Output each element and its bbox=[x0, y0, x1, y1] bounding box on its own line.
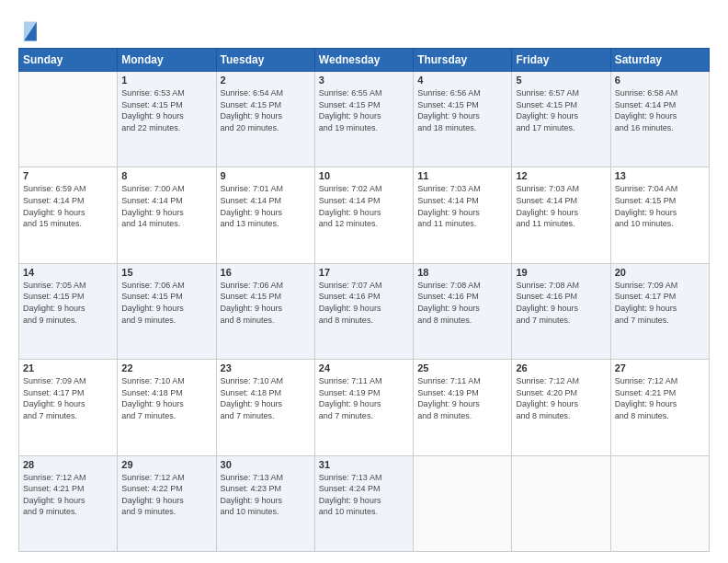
day-number: 20 bbox=[615, 267, 705, 278]
calendar-cell: 12Sunrise: 7:03 AMSunset: 4:14 PMDayligh… bbox=[512, 167, 610, 263]
day-number: 8 bbox=[121, 170, 211, 181]
calendar-cell bbox=[610, 455, 709, 551]
calendar-cell: 15Sunrise: 7:06 AMSunset: 4:15 PMDayligh… bbox=[118, 263, 216, 359]
day-number: 4 bbox=[417, 75, 507, 86]
calendar-cell: 25Sunrise: 7:11 AMSunset: 4:19 PMDayligh… bbox=[414, 360, 512, 455]
day-number: 13 bbox=[615, 170, 705, 181]
day-of-week-header: Saturday bbox=[610, 49, 709, 72]
day-info: Sunrise: 7:03 AMSunset: 4:14 PMDaylight:… bbox=[417, 183, 507, 229]
day-info: Sunrise: 7:11 AMSunset: 4:19 PMDaylight:… bbox=[417, 375, 507, 421]
calendar-cell: 28Sunrise: 7:12 AMSunset: 4:21 PMDayligh… bbox=[19, 455, 118, 551]
calendar-week-row: 1Sunrise: 6:53 AMSunset: 4:15 PMDaylight… bbox=[19, 72, 710, 167]
day-number: 16 bbox=[221, 267, 311, 278]
day-info: Sunrise: 7:01 AMSunset: 4:14 PMDaylight:… bbox=[221, 183, 311, 229]
day-number: 25 bbox=[417, 362, 507, 373]
calendar-cell: 27Sunrise: 7:12 AMSunset: 4:21 PMDayligh… bbox=[610, 360, 709, 455]
day-number: 21 bbox=[23, 362, 113, 373]
day-info: Sunrise: 7:00 AMSunset: 4:14 PMDaylight:… bbox=[121, 183, 211, 229]
calendar-cell: 20Sunrise: 7:09 AMSunset: 4:17 PMDayligh… bbox=[610, 263, 709, 359]
calendar-cell: 14Sunrise: 7:05 AMSunset: 4:15 PMDayligh… bbox=[19, 263, 118, 359]
day-number: 11 bbox=[417, 170, 507, 181]
day-info: Sunrise: 7:10 AMSunset: 4:18 PMDaylight:… bbox=[121, 375, 211, 421]
day-info: Sunrise: 7:03 AMSunset: 4:14 PMDaylight:… bbox=[516, 183, 606, 229]
day-number: 6 bbox=[615, 75, 705, 86]
calendar-cell: 22Sunrise: 7:10 AMSunset: 4:18 PMDayligh… bbox=[118, 360, 216, 455]
calendar-cell: 2Sunrise: 6:54 AMSunset: 4:15 PMDaylight… bbox=[216, 72, 314, 167]
calendar-cell: 13Sunrise: 7:04 AMSunset: 4:15 PMDayligh… bbox=[610, 167, 709, 263]
day-info: Sunrise: 6:54 AMSunset: 4:15 PMDaylight:… bbox=[221, 87, 311, 133]
day-number: 29 bbox=[121, 459, 211, 470]
day-number: 2 bbox=[221, 75, 311, 86]
day-info: Sunrise: 7:06 AMSunset: 4:15 PMDaylight:… bbox=[221, 280, 311, 326]
calendar-cell: 30Sunrise: 7:13 AMSunset: 4:23 PMDayligh… bbox=[216, 455, 314, 551]
calendar-cell: 24Sunrise: 7:11 AMSunset: 4:19 PMDayligh… bbox=[314, 360, 413, 455]
day-info: Sunrise: 7:05 AMSunset: 4:15 PMDaylight:… bbox=[23, 280, 113, 326]
calendar-cell: 4Sunrise: 6:56 AMSunset: 4:15 PMDaylight… bbox=[414, 72, 512, 167]
calendar-cell: 19Sunrise: 7:08 AMSunset: 4:16 PMDayligh… bbox=[512, 263, 610, 359]
calendar-header-row: SundayMondayTuesdayWednesdayThursdayFrid… bbox=[19, 49, 710, 72]
day-info: Sunrise: 7:13 AMSunset: 4:24 PMDaylight:… bbox=[319, 472, 409, 518]
day-number: 14 bbox=[23, 267, 113, 278]
logo-icon bbox=[20, 18, 39, 44]
day-number: 1 bbox=[121, 75, 211, 86]
day-of-week-header: Thursday bbox=[414, 49, 512, 72]
day-number: 17 bbox=[319, 267, 409, 278]
day-number: 26 bbox=[516, 362, 606, 373]
day-info: Sunrise: 7:02 AMSunset: 4:14 PMDaylight:… bbox=[319, 183, 409, 229]
day-number: 18 bbox=[417, 267, 507, 278]
day-number: 24 bbox=[319, 362, 409, 373]
day-info: Sunrise: 7:12 AMSunset: 4:21 PMDaylight:… bbox=[615, 375, 705, 421]
day-info: Sunrise: 7:12 AMSunset: 4:21 PMDaylight:… bbox=[23, 472, 113, 518]
calendar-cell bbox=[19, 72, 118, 167]
day-info: Sunrise: 7:06 AMSunset: 4:15 PMDaylight:… bbox=[121, 280, 211, 326]
calendar-cell: 18Sunrise: 7:08 AMSunset: 4:16 PMDayligh… bbox=[414, 263, 512, 359]
day-info: Sunrise: 6:57 AMSunset: 4:15 PMDaylight:… bbox=[516, 87, 606, 133]
calendar-cell: 9Sunrise: 7:01 AMSunset: 4:14 PMDaylight… bbox=[216, 167, 314, 263]
calendar-cell bbox=[414, 455, 512, 551]
day-number: 30 bbox=[221, 459, 311, 470]
calendar-cell: 26Sunrise: 7:12 AMSunset: 4:20 PMDayligh… bbox=[512, 360, 610, 455]
page: SundayMondayTuesdayWednesdayThursdayFrid… bbox=[0, 0, 728, 563]
day-of-week-header: Tuesday bbox=[216, 49, 314, 72]
day-of-week-header: Wednesday bbox=[314, 49, 413, 72]
day-number: 27 bbox=[615, 362, 705, 373]
calendar-cell: 17Sunrise: 7:07 AMSunset: 4:16 PMDayligh… bbox=[314, 263, 413, 359]
day-number: 28 bbox=[23, 459, 113, 470]
calendar-cell: 23Sunrise: 7:10 AMSunset: 4:18 PMDayligh… bbox=[216, 360, 314, 455]
day-info: Sunrise: 7:11 AMSunset: 4:19 PMDaylight:… bbox=[319, 375, 409, 421]
day-info: Sunrise: 7:08 AMSunset: 4:16 PMDaylight:… bbox=[417, 280, 507, 326]
calendar: SundayMondayTuesdayWednesdayThursdayFrid… bbox=[18, 48, 710, 552]
day-number: 5 bbox=[516, 75, 606, 86]
day-number: 3 bbox=[319, 75, 409, 86]
day-number: 9 bbox=[221, 170, 311, 181]
day-info: Sunrise: 7:09 AMSunset: 4:17 PMDaylight:… bbox=[615, 280, 705, 326]
calendar-cell: 3Sunrise: 6:55 AMSunset: 4:15 PMDaylight… bbox=[314, 72, 413, 167]
calendar-cell: 7Sunrise: 6:59 AMSunset: 4:14 PMDaylight… bbox=[19, 167, 118, 263]
day-info: Sunrise: 6:53 AMSunset: 4:15 PMDaylight:… bbox=[121, 87, 211, 133]
logo bbox=[18, 18, 39, 44]
header bbox=[18, 15, 710, 44]
calendar-cell: 5Sunrise: 6:57 AMSunset: 4:15 PMDaylight… bbox=[512, 72, 610, 167]
day-info: Sunrise: 6:58 AMSunset: 4:14 PMDaylight:… bbox=[615, 87, 705, 133]
day-info: Sunrise: 7:04 AMSunset: 4:15 PMDaylight:… bbox=[615, 183, 705, 229]
calendar-cell: 10Sunrise: 7:02 AMSunset: 4:14 PMDayligh… bbox=[314, 167, 413, 263]
day-of-week-header: Monday bbox=[118, 49, 216, 72]
calendar-cell: 11Sunrise: 7:03 AMSunset: 4:14 PMDayligh… bbox=[414, 167, 512, 263]
day-info: Sunrise: 7:10 AMSunset: 4:18 PMDaylight:… bbox=[221, 375, 311, 421]
day-number: 22 bbox=[121, 362, 211, 373]
calendar-cell: 21Sunrise: 7:09 AMSunset: 4:17 PMDayligh… bbox=[19, 360, 118, 455]
calendar-cell bbox=[512, 455, 610, 551]
day-number: 15 bbox=[121, 267, 211, 278]
day-number: 7 bbox=[23, 170, 113, 181]
calendar-cell: 29Sunrise: 7:12 AMSunset: 4:22 PMDayligh… bbox=[118, 455, 216, 551]
calendar-week-row: 7Sunrise: 6:59 AMSunset: 4:14 PMDaylight… bbox=[19, 167, 710, 263]
day-info: Sunrise: 6:55 AMSunset: 4:15 PMDaylight:… bbox=[319, 87, 409, 133]
day-number: 23 bbox=[221, 362, 311, 373]
day-number: 12 bbox=[516, 170, 606, 181]
day-info: Sunrise: 7:07 AMSunset: 4:16 PMDaylight:… bbox=[319, 280, 409, 326]
day-info: Sunrise: 7:12 AMSunset: 4:20 PMDaylight:… bbox=[516, 375, 606, 421]
day-info: Sunrise: 7:08 AMSunset: 4:16 PMDaylight:… bbox=[516, 280, 606, 326]
day-info: Sunrise: 6:59 AMSunset: 4:14 PMDaylight:… bbox=[23, 183, 113, 229]
day-of-week-header: Sunday bbox=[19, 49, 118, 72]
calendar-week-row: 21Sunrise: 7:09 AMSunset: 4:17 PMDayligh… bbox=[19, 360, 710, 455]
